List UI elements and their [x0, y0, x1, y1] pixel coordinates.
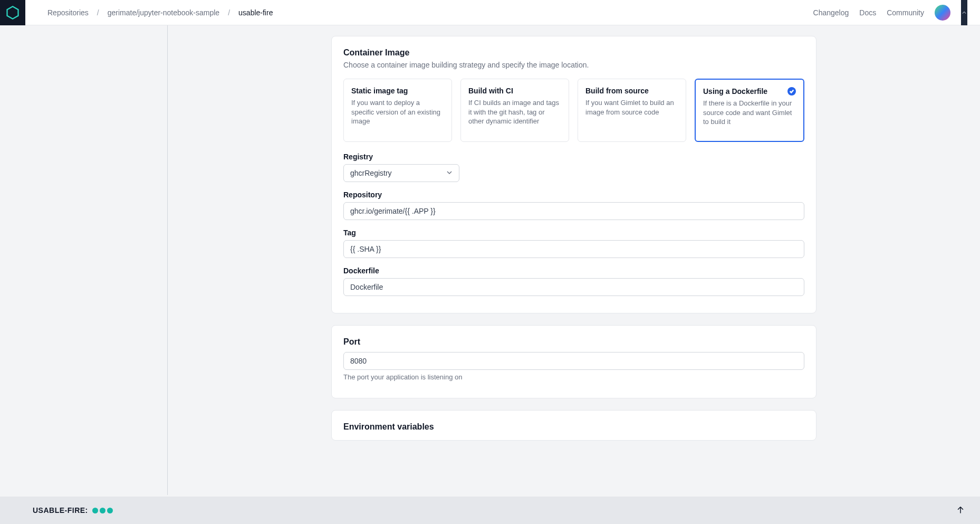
app-logo[interactable] — [0, 0, 25, 25]
topbar: Repositories / gerimate/jupyter-notebook… — [0, 0, 980, 25]
card-env-vars: Environment variables — [331, 410, 816, 441]
strategy-title: Build with CI — [468, 87, 561, 95]
link-community[interactable]: Community — [887, 8, 924, 17]
registry-value: ghcrRegistry — [350, 169, 392, 177]
field-repository: Repository — [343, 190, 804, 220]
svg-marker-0 — [7, 6, 18, 18]
dockerfile-input[interactable] — [343, 278, 804, 296]
tag-input[interactable] — [343, 240, 804, 258]
strategy-using-dockerfile[interactable]: Using a Dockerfile If there is a Dockerf… — [695, 79, 804, 142]
breadcrumb-separator: / — [228, 8, 230, 17]
topbar-right: Changelog Docs Community — [813, 0, 967, 25]
registry-label: Registry — [343, 153, 804, 161]
tag-label: Tag — [343, 228, 804, 237]
main-area: Container Image Choose a container image… — [0, 25, 980, 495]
left-panel — [0, 25, 168, 495]
content-column: Container Image Choose a container image… — [168, 25, 980, 495]
strategy-title: Build from source — [585, 87, 678, 95]
field-registry: Registry ghcrRegistry — [343, 153, 804, 182]
check-icon — [787, 87, 796, 96]
link-changelog[interactable]: Changelog — [813, 8, 849, 17]
strategy-title: Using a Dockerfile — [703, 87, 796, 96]
env-vars-title: Environment variables — [343, 422, 804, 432]
chevron-up-icon — [962, 11, 966, 15]
topbar-left: Repositories / gerimate/jupyter-notebook… — [0, 0, 273, 25]
port-input[interactable] — [343, 352, 804, 370]
strategy-row: Static image tag If you want to deploy a… — [343, 79, 804, 142]
registry-select[interactable]: ghcrRegistry — [343, 164, 459, 182]
card-port: Port The port your application is listen… — [331, 325, 816, 398]
dockerfile-label: Dockerfile — [343, 266, 804, 275]
strategy-build-from-source[interactable]: Build from source If you want Gimlet to … — [578, 79, 686, 142]
breadcrumb-separator: / — [97, 8, 99, 17]
scroll-indicator-top — [961, 0, 967, 25]
link-docs[interactable]: Docs — [859, 8, 876, 17]
container-image-description: Choose a container image building strate… — [343, 61, 804, 69]
breadcrumb-current: usable-fire — [238, 8, 273, 17]
repository-input[interactable] — [343, 202, 804, 220]
container-image-title: Container Image — [343, 48, 804, 58]
strategy-sub: If there is a Dockerfile in your source … — [703, 99, 796, 127]
strategy-sub: If CI builds an image and tags it with t… — [468, 98, 561, 126]
field-dockerfile: Dockerfile — [343, 266, 804, 296]
breadcrumb: Repositories / gerimate/jupyter-notebook… — [47, 8, 273, 17]
field-tag: Tag — [343, 228, 804, 258]
strategy-build-with-ci[interactable]: Build with CI If CI builds an image and … — [460, 79, 569, 142]
chevron-down-icon — [446, 169, 453, 177]
card-container-image: Container Image Choose a container image… — [331, 36, 816, 313]
repository-label: Repository — [343, 190, 804, 199]
strategy-title: Static image tag — [351, 87, 444, 95]
port-helper: The port your application is listening o… — [343, 373, 804, 381]
port-title: Port — [343, 337, 804, 347]
hexagon-logo-icon — [5, 5, 20, 20]
avatar[interactable] — [935, 5, 950, 21]
breadcrumb-root[interactable]: Repositories — [47, 8, 89, 17]
strategy-sub: If you want Gimlet to build an image fro… — [585, 98, 678, 117]
strategy-sub: If you want to deploy a specific version… — [351, 98, 444, 126]
breadcrumb-repo[interactable]: gerimate/jupyter-notebook-sample — [108, 8, 219, 17]
strategy-static-image-tag[interactable]: Static image tag If you want to deploy a… — [343, 79, 452, 142]
